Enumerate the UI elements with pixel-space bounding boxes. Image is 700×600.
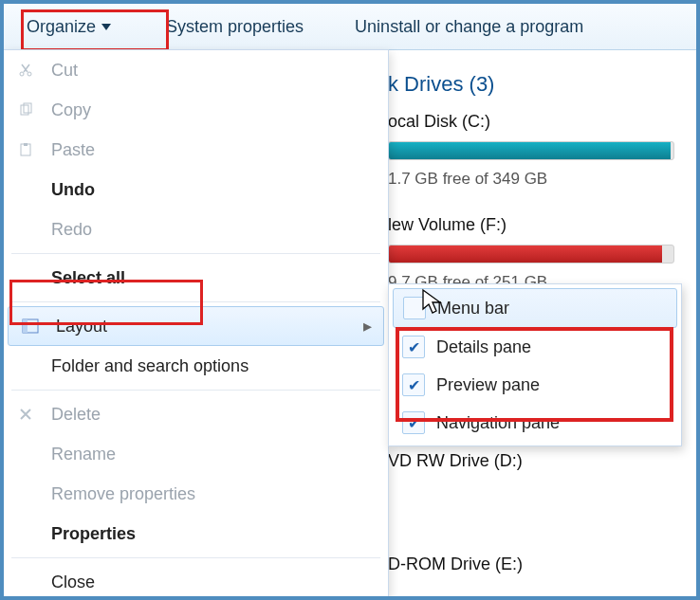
layout-icon bbox=[18, 318, 43, 334]
menu-copy[interactable]: Copy bbox=[4, 90, 388, 130]
svg-point-0 bbox=[20, 72, 24, 76]
organize-label: Organize bbox=[27, 17, 96, 37]
menu-properties[interactable]: Properties bbox=[4, 514, 388, 554]
submenu-details-pane[interactable]: ✔ Details pane bbox=[393, 328, 677, 366]
menu-separator bbox=[11, 301, 380, 302]
svg-rect-5 bbox=[24, 143, 28, 146]
organize-button[interactable]: Organize bbox=[15, 13, 122, 41]
drive-d[interactable]: VD RW Drive (D:) bbox=[388, 451, 692, 471]
menu-cut[interactable]: Cut bbox=[4, 50, 388, 90]
menu-rename[interactable]: Rename bbox=[4, 434, 388, 474]
delete-icon bbox=[13, 407, 38, 422]
menu-delete[interactable]: Delete bbox=[4, 394, 388, 434]
menu-paste[interactable]: Paste bbox=[4, 130, 388, 170]
checkbox-icon: ✔ bbox=[402, 336, 425, 358]
checkbox-icon: ✔ bbox=[402, 373, 425, 396]
system-properties-button[interactable]: System properties bbox=[158, 13, 311, 41]
drive-c-capacity-bar bbox=[388, 141, 674, 160]
menu-remove-properties[interactable]: Remove properties bbox=[4, 474, 388, 514]
cut-icon bbox=[13, 63, 38, 78]
copy-icon bbox=[13, 102, 38, 118]
svg-point-1 bbox=[28, 72, 31, 76]
drive-e[interactable]: D-ROM Drive (E:) bbox=[388, 555, 692, 574]
toolbar: Organize System properties Uninstall or … bbox=[4, 4, 696, 50]
submenu-navigation-pane[interactable]: ✔ Navigation pane bbox=[393, 404, 677, 442]
drive-c-fill bbox=[389, 142, 671, 159]
menu-undo[interactable]: Undo bbox=[4, 170, 388, 209]
menu-close[interactable]: Close bbox=[4, 562, 388, 600]
paste-icon bbox=[13, 142, 38, 157]
menu-separator bbox=[11, 253, 380, 254]
layout-submenu: ✔ Menu bar ✔ Details pane ✔ Preview pane… bbox=[388, 283, 682, 446]
uninstall-programs-button[interactable]: Uninstall or change a program bbox=[347, 13, 591, 41]
checkbox-icon: ✔ bbox=[402, 411, 425, 434]
menu-folder-options[interactable]: Folder and search options bbox=[4, 346, 388, 386]
submenu-arrow-icon: ▸ bbox=[363, 316, 372, 336]
menu-redo[interactable]: Redo bbox=[4, 209, 388, 249]
menu-select-all[interactable]: Select all bbox=[4, 258, 388, 298]
drives-section-header[interactable]: k Drives (3) bbox=[388, 72, 692, 97]
drive-f-capacity-bar bbox=[388, 245, 674, 264]
organize-menu: Cut Copy Paste Undo Redo Select all bbox=[4, 49, 389, 596]
menu-separator bbox=[11, 557, 380, 558]
drive-f-fill bbox=[389, 245, 662, 263]
drive-c[interactable]: ocal Disk (C:) 1.7 GB free of 349 GB bbox=[388, 112, 692, 189]
svg-rect-7 bbox=[23, 319, 28, 333]
submenu-menu-bar[interactable]: ✔ Menu bar bbox=[393, 288, 677, 328]
menu-layout[interactable]: Layout ▸ bbox=[8, 306, 384, 346]
chevron-down-icon bbox=[101, 24, 111, 30]
checkbox-icon: ✔ bbox=[403, 297, 426, 319]
drive-f[interactable]: lew Volume (F:) 9.7 GB free of 251 GB bbox=[388, 215, 692, 292]
submenu-preview-pane[interactable]: ✔ Preview pane bbox=[393, 366, 677, 404]
menu-separator bbox=[11, 390, 380, 391]
